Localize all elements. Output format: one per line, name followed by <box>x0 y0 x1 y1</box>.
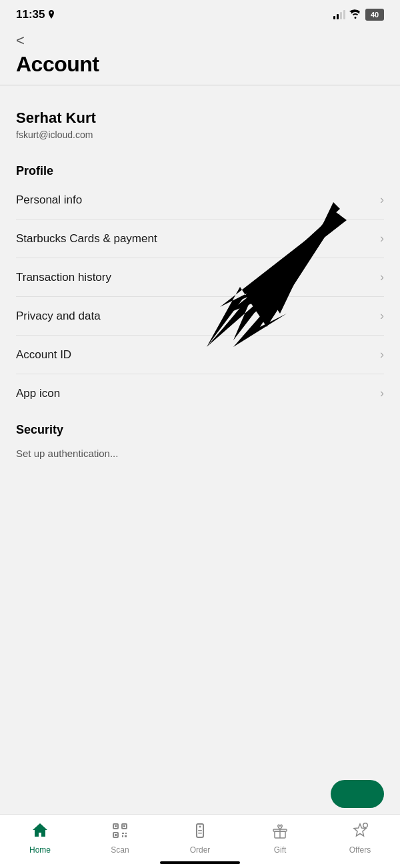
svg-rect-11 <box>125 835 127 837</box>
scan-icon <box>111 821 129 843</box>
nav-item-offers[interactable]: Offers <box>333 821 387 855</box>
status-icons: 40 <box>333 9 384 21</box>
home-icon <box>31 821 49 843</box>
gift-icon <box>271 821 289 843</box>
location-icon <box>47 10 55 19</box>
nav-label-gift: Gift <box>274 845 287 855</box>
chevron-icon: › <box>380 386 384 400</box>
user-name: Serhat Kurt <box>16 109 384 127</box>
menu-item-app-icon[interactable]: App icon › <box>16 374 384 412</box>
svg-rect-5 <box>115 825 117 827</box>
status-bar: 11:35 40 <box>0 0 400 27</box>
nav-label-scan: Scan <box>111 845 129 855</box>
bottom-nav: Home Scan <box>0 814 400 868</box>
menu-item-account-id[interactable]: Account ID › <box>16 336 384 374</box>
menu-item-personal-info[interactable]: Personal info › <box>16 181 384 220</box>
nav-item-order[interactable]: Order <box>173 821 227 855</box>
menu-item-privacy-data[interactable]: Privacy and data › <box>16 297 384 336</box>
nav-item-home[interactable]: Home <box>13 821 67 855</box>
svg-rect-10 <box>122 835 123 837</box>
profile-section: Profile Personal info › Starbucks Cards … <box>0 164 400 412</box>
svg-point-13 <box>199 826 201 828</box>
signal-icon <box>333 10 345 19</box>
back-button[interactable]: < <box>16 32 25 49</box>
time-display: 11:35 <box>16 8 45 21</box>
chevron-icon: › <box>380 348 384 362</box>
nav-label-order: Order <box>190 845 211 855</box>
security-section-title: Security <box>16 423 384 437</box>
menu-item-starbucks-cards[interactable]: Starbucks Cards & payment › <box>16 220 384 258</box>
green-button-preview[interactable] <box>331 780 384 808</box>
svg-rect-7 <box>115 834 117 836</box>
chevron-icon: › <box>380 309 384 323</box>
header: < Account <box>0 27 400 85</box>
offers-icon <box>351 821 369 843</box>
profile-section-title: Profile <box>16 164 384 178</box>
svg-rect-15 <box>198 833 202 834</box>
chevron-icon: › <box>380 232 384 246</box>
wifi-icon <box>349 9 361 21</box>
menu-item-label: Starbucks Cards & payment <box>16 232 157 246</box>
user-email: fskurt@icloud.com <box>16 129 384 140</box>
battery-level: 40 <box>371 11 379 19</box>
header-divider <box>0 85 400 85</box>
security-section: Security Set up authentication... <box>0 423 400 459</box>
menu-item-label: Privacy and data <box>16 310 101 323</box>
user-section: Serhat Kurt fskurt@icloud.com <box>0 99 400 153</box>
chevron-icon: › <box>380 193 384 207</box>
security-sub-text: Set up authentication... <box>16 440 384 459</box>
chevron-icon: › <box>380 270 384 284</box>
menu-item-label: App icon <box>16 387 60 400</box>
nav-label-offers: Offers <box>349 845 371 855</box>
home-indicator <box>160 861 240 864</box>
nav-item-scan[interactable]: Scan <box>93 821 147 855</box>
svg-rect-6 <box>123 825 125 827</box>
menu-item-label: Account ID <box>16 348 71 362</box>
menu-item-label: Transaction history <box>16 271 111 284</box>
nav-item-gift[interactable]: Gift <box>253 821 307 855</box>
status-time: 11:35 <box>16 8 55 21</box>
svg-rect-9 <box>125 833 127 834</box>
battery-icon: 40 <box>365 9 384 21</box>
svg-rect-14 <box>198 830 202 831</box>
svg-rect-8 <box>122 833 124 834</box>
menu-item-transaction-history[interactable]: Transaction history › <box>16 258 384 297</box>
order-icon <box>191 821 209 843</box>
menu-item-label: Personal info <box>16 193 82 207</box>
nav-label-home: Home <box>29 845 51 855</box>
svg-point-21 <box>364 824 367 827</box>
page-title: Account <box>16 52 384 77</box>
